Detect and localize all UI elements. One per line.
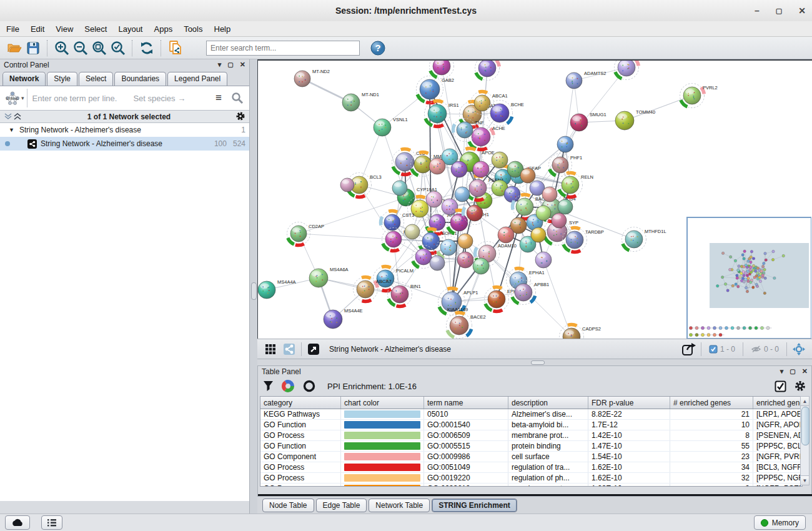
tab-string-enrichment[interactable]: STRING Enrichment <box>432 499 517 512</box>
enrichment-chart-icon[interactable] <box>281 379 295 393</box>
table-scrollbar[interactable]: ▲ ▼ <box>800 396 810 485</box>
detach-view-icon[interactable] <box>304 340 323 359</box>
network-node-CADPS2[interactable]: CADPS2 <box>560 325 602 339</box>
tab-node-table[interactable]: Node Table <box>262 499 314 512</box>
network-node-GAB2[interactable]: GAB2 <box>417 76 455 103</box>
close-button[interactable]: ✕ <box>798 6 806 16</box>
tab-boundaries[interactable]: Boundaries <box>114 72 166 86</box>
network-node-CD2AP[interactable]: CD2AP <box>287 222 325 246</box>
scroll-thumb[interactable] <box>801 407 810 445</box>
network-node-78[interactable] <box>520 168 535 183</box>
network-node-BACE2[interactable]: BACE2 <box>447 313 486 339</box>
menu-file[interactable]: File <box>6 24 19 34</box>
tab-legend-panel[interactable]: Legend Panel <box>167 72 227 86</box>
network-node-75[interactable] <box>473 161 489 177</box>
network-node-PVRL2[interactable]: PVRL2 <box>680 84 718 108</box>
network-node-85[interactable] <box>535 252 552 268</box>
network-node-81[interactable] <box>558 199 573 214</box>
column-header-category[interactable]: category <box>260 397 341 409</box>
panel-float-icon[interactable]: ▢ <box>227 61 233 68</box>
collection-expander-icon[interactable]: ▼ <box>9 127 14 133</box>
network-node-68[interactable] <box>457 252 473 268</box>
network-node-MT-ND1[interactable]: MT-ND1 <box>342 92 379 111</box>
network-node-71[interactable] <box>430 256 445 270</box>
minimize-button[interactable]: – <box>755 6 760 16</box>
tab-style[interactable]: Style <box>47 72 77 86</box>
network-node-MS4A6A[interactable]: MS4A6A <box>309 267 349 287</box>
task-history-button[interactable] <box>41 515 62 530</box>
table-row[interactable]: GO ProcessGO:0019220regulation of ph...1… <box>260 473 803 484</box>
zoom-fit-icon[interactable] <box>90 39 109 57</box>
share-view-icon[interactable] <box>280 340 299 359</box>
network-node-48[interactable] <box>405 224 420 239</box>
menu-view[interactable]: View <box>56 24 73 34</box>
network-node-58[interactable] <box>504 186 520 202</box>
network-view-canvas[interactable]: MT-ND2MT-ND1VSNL1GAB2IRS1CHATABCA1BCHEAC… <box>257 59 812 339</box>
menu-edit[interactable]: Edit <box>31 24 44 34</box>
menu-apps[interactable]: Apps <box>154 24 173 34</box>
string-options-icon[interactable]: ≡ <box>209 89 228 107</box>
table-row[interactable]: GO ProcessGO:0006509membrane prot...1.42… <box>260 430 803 441</box>
network-node-76[interactable] <box>492 152 508 168</box>
enrichment-ring-icon[interactable] <box>302 379 316 393</box>
table-panel-float-icon[interactable]: ▢ <box>790 368 795 375</box>
copy-network-icon[interactable] <box>166 39 185 57</box>
menu-help[interactable]: Help <box>214 24 231 34</box>
memory-button[interactable]: Memory <box>754 515 806 530</box>
network-node-41[interactable] <box>475 61 500 81</box>
grid-view-icon[interactable] <box>261 340 280 359</box>
column-header-description[interactable]: description <box>508 397 588 409</box>
table-row[interactable]: GO ProcessGO:0033619membrane prot...1.93… <box>260 484 803 487</box>
enrichment-table[interactable]: categorychart colorterm namedescriptionF… <box>260 396 803 487</box>
network-node-RELN[interactable]: RELN <box>558 173 594 197</box>
save-session-icon[interactable] <box>24 39 42 57</box>
string-query-input[interactable]: Enter one term per line. Set species → <box>27 94 209 103</box>
column-header-term-name[interactable]: term name <box>424 397 508 409</box>
scroll-up-icon[interactable]: ▲ <box>801 397 809 406</box>
column-header-chart-color[interactable]: chart color <box>341 397 424 409</box>
tab-network-table[interactable]: Network Table <box>369 499 430 512</box>
expand-all-icon[interactable] <box>13 112 22 121</box>
open-session-icon[interactable] <box>5 39 24 57</box>
zoom-selected-icon[interactable] <box>109 39 127 57</box>
network-node-VSNL1[interactable]: VSNL1 <box>374 117 408 136</box>
network-node-86[interactable] <box>557 136 573 152</box>
network-collection-row[interactable]: ▼ String Network - Alzheimer's disease 1 <box>0 123 249 137</box>
network-node-TOMM40[interactable]: TOMM40 <box>615 109 655 130</box>
export-network-icon[interactable] <box>680 340 698 359</box>
network-node-80[interactable] <box>542 187 557 202</box>
menu-layout[interactable]: Layout <box>118 24 142 34</box>
tab-edge-table[interactable]: Edge Table <box>316 499 367 512</box>
maximize-button[interactable]: ▢ <box>776 7 782 15</box>
network-node-52[interactable] <box>442 199 458 215</box>
network-node-67[interactable] <box>437 236 460 259</box>
panel-splitter-horizontal[interactable] <box>257 359 812 365</box>
scroll-down-icon[interactable]: ▼ <box>801 475 809 485</box>
network-row[interactable]: String Network - Alzheimer's disease 100… <box>0 137 249 151</box>
tab-select[interactable]: Select <box>79 72 113 86</box>
network-options-gear-icon[interactable] <box>235 111 245 122</box>
splitter-grip[interactable] <box>251 282 257 300</box>
network-node-BIN1[interactable]: BIN1 <box>388 282 421 307</box>
table-row[interactable]: GO FunctionGO:0005515protein binding1.47… <box>260 441 803 452</box>
zoom-out-icon[interactable] <box>71 39 90 57</box>
network-node-82[interactable] <box>552 213 567 228</box>
network-node-ADAMTS2[interactable]: ADAMTS2 <box>566 71 606 89</box>
panel-menu-icon[interactable]: ▾ <box>218 61 222 69</box>
table-row[interactable]: KEGG Pathways05010Alzheimer's dise...8.8… <box>260 409 803 420</box>
network-node-83[interactable] <box>392 181 407 196</box>
column-header-enriched-genes[interactable]: enriched genes <box>753 397 803 409</box>
network-node-MS4A4E[interactable]: MS4A4E <box>324 308 363 329</box>
table-settings-gear-icon[interactable] <box>794 380 806 392</box>
birdseye-navigator-icon[interactable] <box>790 340 808 359</box>
network-node-14[interactable] <box>340 178 354 192</box>
zoom-in-icon[interactable] <box>52 39 71 57</box>
hsplitter-grip[interactable] <box>531 360 545 365</box>
network-node-PHF1[interactable]: PHF1 <box>549 154 583 177</box>
network-node-62[interactable] <box>498 227 514 243</box>
birdseye-overview[interactable] <box>687 217 811 339</box>
menu-tools[interactable]: Tools <box>184 24 202 34</box>
table-row[interactable]: GO ProcessGO:0051049regulation of tra...… <box>260 462 803 473</box>
network-node-42[interactable] <box>615 61 639 80</box>
collapse-all-icon[interactable] <box>4 112 13 121</box>
